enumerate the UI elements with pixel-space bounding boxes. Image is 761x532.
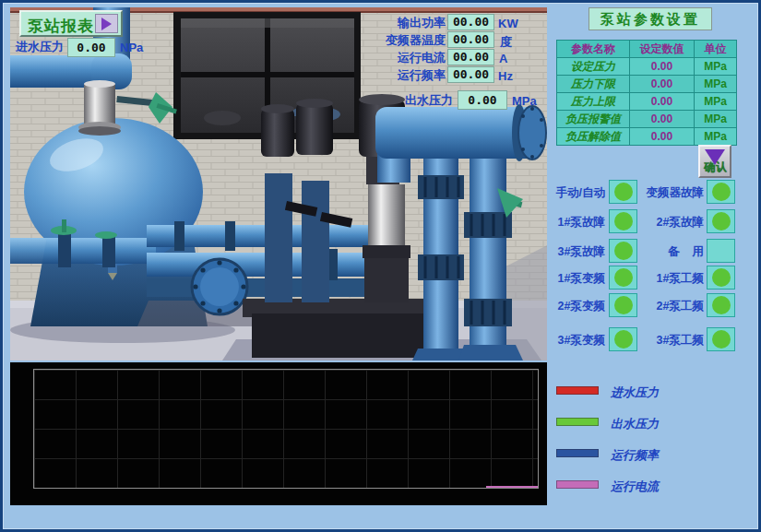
param-name: 压力上限	[557, 93, 630, 111]
param-unit: MPa	[695, 128, 737, 146]
col-param-name: 参数名称	[557, 41, 630, 58]
led-circle	[614, 183, 633, 201]
status-led-pump3-fault[interactable]	[609, 239, 637, 263]
vfd-temp-value[interactable]: 00.00	[447, 31, 494, 48]
run-current-value[interactable]: 00.00	[447, 49, 494, 65]
outlet-pressure-value[interactable]: 0.00	[458, 90, 507, 110]
param-unit: MPa	[695, 58, 737, 76]
pump-station-3d-scene: 泵站报表 进水压力 0.00 NPa 输出功率 00.00 KW 变频器温度 0…	[10, 7, 547, 361]
param-unit: MPa	[695, 76, 737, 93]
status-led-spare[interactable]	[707, 239, 735, 263]
status-led-pump2-mains[interactable]	[707, 293, 735, 317]
status-led-pump3-vfd[interactable]	[609, 327, 637, 351]
param-name: 负压报警值	[557, 111, 630, 128]
report-button-label: 泵站报表	[28, 16, 94, 37]
status-label-pump2-vfd: 2#泵变频	[546, 299, 605, 314]
status-label-vfd-fault: 变频器故障	[636, 185, 704, 201]
vfd-temp-label: 变频器温度	[363, 34, 446, 46]
vfd-temp-unit: 度	[500, 34, 512, 51]
status-label-pump2-fault: 2#泵故障	[636, 215, 704, 231]
legend-label-inlet-pressure: 进水压力	[611, 384, 659, 401]
legend-label-outlet-pressure: 出水压力	[611, 416, 659, 432]
table-row: 压力上限 0.00 MPa	[557, 93, 737, 111]
confirm-button-label: 确认	[701, 160, 731, 175]
status-led-pump2-fault[interactable]	[707, 209, 735, 233]
led-circle	[712, 330, 731, 349]
param-unit: MPa	[695, 111, 737, 128]
status-label-pump1-fault: 1#泵故障	[546, 215, 605, 231]
run-current-label: 运行电流	[363, 52, 446, 64]
outlet-pressure-unit: MPa	[512, 94, 537, 108]
legend-swatch-outlet-pressure	[556, 418, 599, 426]
led-circle	[614, 242, 633, 260]
table-row: 设定压力 0.00 MPa	[557, 58, 737, 76]
status-label-manual-auto: 手动/自动	[546, 185, 605, 201]
confirm-button[interactable]: 确认	[698, 145, 731, 178]
param-value[interactable]: 0.00	[630, 76, 695, 93]
inlet-pressure-label: 进水压力	[16, 41, 64, 53]
status-led-vfd-fault[interactable]	[707, 180, 735, 204]
inlet-pressure-unit: NPa	[120, 41, 143, 54]
table-row: 负压解除值 0.00 MPa	[557, 128, 737, 146]
trend-chart[interactable]	[10, 362, 547, 505]
status-label-pump1-vfd: 1#泵变频	[546, 271, 605, 287]
table-row: 负压报警值 0.00 MPa	[557, 111, 737, 128]
param-value[interactable]: 0.00	[630, 93, 695, 111]
output-power-unit: KW	[498, 17, 518, 30]
param-name: 负压解除值	[557, 128, 630, 146]
report-button[interactable]: 泵站报表	[19, 10, 123, 37]
param-name: 压力下限	[557, 76, 630, 93]
settings-table: 参数名称 设定数值 单位 设定压力 0.00 MPa 压力下限 0.00 MPa…	[556, 40, 737, 146]
legend-label-run-current: 运行电流	[611, 479, 659, 495]
status-led-pump1-mains[interactable]	[707, 266, 735, 290]
settings-panel-title: 泵站参数设置	[589, 7, 712, 30]
led-circle	[712, 212, 731, 231]
settings-table-header: 参数名称 设定数值 单位	[557, 41, 737, 58]
inlet-pressure-value[interactable]: 0.00	[67, 38, 115, 57]
status-led-pump1-fault[interactable]	[609, 209, 637, 233]
param-value[interactable]: 0.00	[630, 111, 695, 128]
output-power-value[interactable]: 00.00	[447, 14, 494, 30]
trend-plot-area	[33, 369, 539, 489]
output-power-label: 输出功率	[363, 17, 446, 29]
legend-label-run-frequency: 运行频率	[611, 447, 659, 464]
led-circle	[712, 296, 731, 314]
status-label-pump1-mains: 1#泵工频	[636, 271, 704, 287]
status-label-pump2-mains: 2#泵工频	[636, 299, 704, 314]
status-label-pump3-vfd: 3#泵变频	[546, 333, 605, 349]
led-circle	[614, 212, 633, 231]
status-led-pump1-vfd[interactable]	[609, 266, 637, 290]
status-label-spare: 备 用	[636, 244, 704, 260]
legend-swatch-run-current	[556, 480, 599, 489]
status-label-pump3-mains: 3#泵工频	[636, 333, 704, 349]
col-unit: 单位	[695, 41, 737, 58]
param-value[interactable]: 0.00	[630, 128, 695, 146]
run-frequency-unit: Hz	[498, 69, 513, 83]
led-circle	[712, 268, 731, 287]
led-circle	[712, 183, 731, 201]
param-unit: MPa	[695, 93, 737, 111]
outlet-pressure-label: 出水压力	[372, 94, 453, 106]
play-icon[interactable]	[95, 14, 118, 33]
led-circle	[614, 296, 633, 314]
legend-swatch-run-frequency	[556, 449, 599, 457]
param-value[interactable]: 0.00	[630, 58, 695, 76]
run-current-unit: A	[499, 52, 507, 65]
col-set-value: 设定数值	[630, 41, 695, 58]
run-frequency-label: 运行频率	[363, 69, 446, 81]
status-label-pump3-fault: 3#泵故障	[546, 244, 605, 260]
table-row: 压力下限 0.00 MPa	[557, 76, 737, 93]
status-led-manual-auto[interactable]	[609, 180, 637, 204]
run-frequency-value[interactable]: 00.00	[447, 66, 494, 83]
pump-station-hmi-screen: 泵站报表 进水压力 0.00 NPa 输出功率 00.00 KW 变频器温度 0…	[0, 0, 761, 532]
param-name: 设定压力	[557, 58, 630, 76]
status-led-pump2-vfd[interactable]	[609, 293, 637, 317]
led-circle	[614, 268, 633, 287]
legend-swatch-inlet-pressure	[556, 386, 599, 395]
run-current-trace	[486, 486, 538, 488]
status-led-pump3-mains[interactable]	[707, 327, 735, 351]
led-circle	[614, 330, 633, 349]
